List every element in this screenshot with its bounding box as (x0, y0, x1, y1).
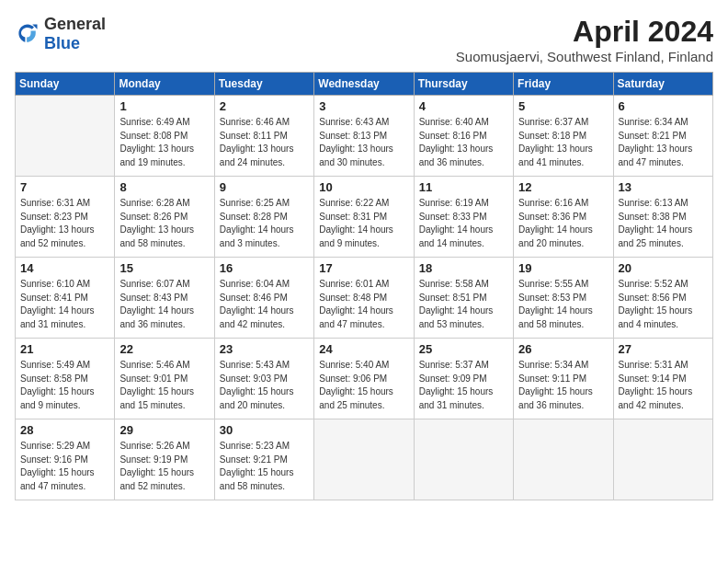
day-number: 3 (319, 99, 408, 113)
day-number: 30 (220, 423, 309, 437)
calendar-cell: 12Sunrise: 6:16 AMSunset: 8:36 PMDayligh… (514, 177, 613, 258)
day-info: Sunrise: 5:34 AMSunset: 9:11 PMDaylight:… (518, 359, 608, 412)
day-info: Sunrise: 6:43 AMSunset: 8:13 PMDaylight:… (319, 116, 408, 169)
day-info: Sunrise: 6:37 AMSunset: 8:18 PMDaylight:… (518, 116, 608, 169)
day-info: Sunrise: 5:49 AMSunset: 8:58 PMDaylight:… (20, 359, 109, 412)
calendar-cell: 24Sunrise: 5:40 AMSunset: 9:06 PMDayligh… (314, 339, 414, 419)
calendar-cell: 18Sunrise: 5:58 AMSunset: 8:51 PMDayligh… (414, 258, 513, 339)
calendar-cell: 9Sunrise: 6:25 AMSunset: 8:28 PMDaylight… (214, 177, 313, 258)
calendar-cell: 16Sunrise: 6:04 AMSunset: 8:46 PMDayligh… (214, 258, 313, 339)
logo: General Blue (15, 15, 106, 53)
calendar-cell (414, 419, 513, 500)
day-number: 28 (20, 423, 109, 437)
day-number: 29 (119, 423, 209, 437)
location-title: Suomusjaervi, Southwest Finland, Finland (456, 49, 713, 64)
day-number: 27 (619, 342, 708, 356)
calendar-cell: 14Sunrise: 6:10 AMSunset: 8:41 PMDayligh… (16, 258, 115, 339)
calendar-cell: 27Sunrise: 5:31 AMSunset: 9:14 PMDayligh… (613, 339, 712, 419)
calendar-cell: 1Sunrise: 6:49 AMSunset: 8:08 PMDaylight… (115, 96, 214, 177)
day-info: Sunrise: 5:55 AMSunset: 8:53 PMDaylight:… (518, 278, 608, 331)
day-number: 2 (220, 99, 309, 113)
calendar-cell: 4Sunrise: 6:40 AMSunset: 8:16 PMDaylight… (414, 96, 513, 177)
calendar-cell: 30Sunrise: 5:23 AMSunset: 9:21 PMDayligh… (214, 419, 313, 500)
day-info: Sunrise: 5:23 AMSunset: 9:21 PMDaylight:… (220, 440, 309, 493)
day-number: 18 (419, 261, 508, 275)
day-number: 5 (518, 99, 608, 113)
day-info: Sunrise: 6:07 AMSunset: 8:43 PMDaylight:… (119, 278, 209, 331)
logo-blue: Blue (44, 34, 80, 52)
month-title: April 2024 (456, 15, 713, 49)
calendar-cell: 8Sunrise: 6:28 AMSunset: 8:26 PMDaylight… (115, 177, 214, 258)
day-info: Sunrise: 6:22 AMSunset: 8:31 PMDaylight:… (319, 197, 408, 250)
day-info: Sunrise: 6:46 AMSunset: 8:11 PMDaylight:… (220, 116, 309, 169)
calendar-cell: 15Sunrise: 6:07 AMSunset: 8:43 PMDayligh… (115, 258, 214, 339)
day-info: Sunrise: 6:40 AMSunset: 8:16 PMDaylight:… (419, 116, 508, 169)
day-number: 26 (518, 342, 608, 356)
weekday-header-monday: Monday (115, 73, 214, 96)
day-info: Sunrise: 5:43 AMSunset: 9:03 PMDaylight:… (220, 359, 309, 412)
day-info: Sunrise: 6:01 AMSunset: 8:48 PMDaylight:… (319, 278, 408, 331)
day-info: Sunrise: 6:04 AMSunset: 8:46 PMDaylight:… (220, 278, 309, 331)
weekday-header-sunday: Sunday (16, 73, 115, 96)
calendar-cell: 25Sunrise: 5:37 AMSunset: 9:09 PMDayligh… (414, 339, 513, 419)
calendar-week-row: 14Sunrise: 6:10 AMSunset: 8:41 PMDayligh… (16, 258, 713, 339)
logo-general: General (44, 15, 106, 33)
calendar-week-row: 1Sunrise: 6:49 AMSunset: 8:08 PMDaylight… (16, 96, 713, 177)
day-number: 16 (220, 261, 309, 275)
weekday-header-thursday: Thursday (414, 73, 513, 96)
day-number: 12 (518, 180, 608, 194)
weekday-header-row: SundayMondayTuesdayWednesdayThursdayFrid… (16, 73, 713, 96)
day-number: 1 (119, 99, 209, 113)
day-info: Sunrise: 6:16 AMSunset: 8:36 PMDaylight:… (518, 197, 608, 250)
weekday-header-tuesday: Tuesday (214, 73, 313, 96)
calendar-cell: 29Sunrise: 5:26 AMSunset: 9:19 PMDayligh… (115, 419, 214, 500)
calendar-week-row: 28Sunrise: 5:29 AMSunset: 9:16 PMDayligh… (16, 419, 713, 500)
day-info: Sunrise: 6:13 AMSunset: 8:38 PMDaylight:… (619, 197, 708, 250)
day-info: Sunrise: 6:10 AMSunset: 8:41 PMDaylight:… (20, 278, 109, 331)
day-number: 10 (319, 180, 408, 194)
day-number: 23 (220, 342, 309, 356)
day-info: Sunrise: 5:37 AMSunset: 9:09 PMDaylight:… (419, 359, 508, 412)
calendar-cell: 17Sunrise: 6:01 AMSunset: 8:48 PMDayligh… (314, 258, 414, 339)
calendar-cell: 23Sunrise: 5:43 AMSunset: 9:03 PMDayligh… (214, 339, 313, 419)
calendar-cell: 2Sunrise: 6:46 AMSunset: 8:11 PMDaylight… (214, 96, 313, 177)
day-number: 20 (619, 261, 708, 275)
day-info: Sunrise: 5:40 AMSunset: 9:06 PMDaylight:… (319, 359, 408, 412)
calendar-cell (314, 419, 414, 500)
day-info: Sunrise: 6:31 AMSunset: 8:23 PMDaylight:… (20, 197, 109, 250)
day-number: 7 (20, 180, 109, 194)
day-number: 4 (419, 99, 508, 113)
logo-text: General Blue (44, 15, 106, 53)
calendar-cell (514, 419, 613, 500)
day-info: Sunrise: 6:28 AMSunset: 8:26 PMDaylight:… (119, 197, 209, 250)
logo-icon (15, 21, 40, 47)
day-info: Sunrise: 6:49 AMSunset: 8:08 PMDaylight:… (119, 116, 209, 169)
day-info: Sunrise: 5:29 AMSunset: 9:16 PMDaylight:… (20, 440, 109, 493)
day-info: Sunrise: 5:26 AMSunset: 9:19 PMDaylight:… (119, 440, 209, 493)
calendar-cell (16, 96, 115, 177)
weekday-header-saturday: Saturday (613, 73, 712, 96)
weekday-header-friday: Friday (514, 73, 613, 96)
day-number: 14 (20, 261, 109, 275)
calendar-cell: 10Sunrise: 6:22 AMSunset: 8:31 PMDayligh… (314, 177, 414, 258)
calendar-cell: 13Sunrise: 6:13 AMSunset: 8:38 PMDayligh… (613, 177, 712, 258)
day-info: Sunrise: 5:58 AMSunset: 8:51 PMDaylight:… (419, 278, 508, 331)
day-number: 22 (119, 342, 209, 356)
calendar-cell (613, 419, 712, 500)
day-number: 17 (319, 261, 408, 275)
calendar-week-row: 21Sunrise: 5:49 AMSunset: 8:58 PMDayligh… (16, 339, 713, 419)
day-number: 9 (220, 180, 309, 194)
calendar-cell: 6Sunrise: 6:34 AMSunset: 8:21 PMDaylight… (613, 96, 712, 177)
day-number: 19 (518, 261, 608, 275)
day-number: 6 (619, 99, 708, 113)
calendar-cell: 11Sunrise: 6:19 AMSunset: 8:33 PMDayligh… (414, 177, 513, 258)
calendar-week-row: 7Sunrise: 6:31 AMSunset: 8:23 PMDaylight… (16, 177, 713, 258)
day-info: Sunrise: 5:52 AMSunset: 8:56 PMDaylight:… (619, 278, 708, 331)
day-number: 13 (619, 180, 708, 194)
day-info: Sunrise: 6:34 AMSunset: 8:21 PMDaylight:… (619, 116, 708, 169)
title-block: April 2024 Suomusjaervi, Southwest Finla… (456, 15, 713, 64)
calendar-cell: 7Sunrise: 6:31 AMSunset: 8:23 PMDaylight… (16, 177, 115, 258)
calendar-table: SundayMondayTuesdayWednesdayThursdayFrid… (15, 72, 713, 500)
day-info: Sunrise: 6:25 AMSunset: 8:28 PMDaylight:… (220, 197, 309, 250)
day-number: 11 (419, 180, 508, 194)
